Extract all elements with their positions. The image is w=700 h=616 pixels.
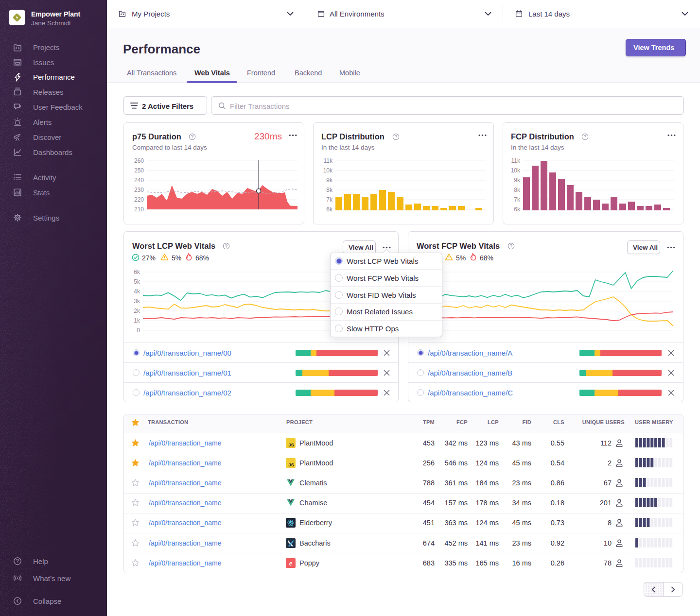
svg-text:e: e bbox=[289, 560, 292, 567]
svg-text:JS: JS bbox=[288, 442, 294, 447]
svg-text:JS: JS bbox=[288, 462, 294, 467]
